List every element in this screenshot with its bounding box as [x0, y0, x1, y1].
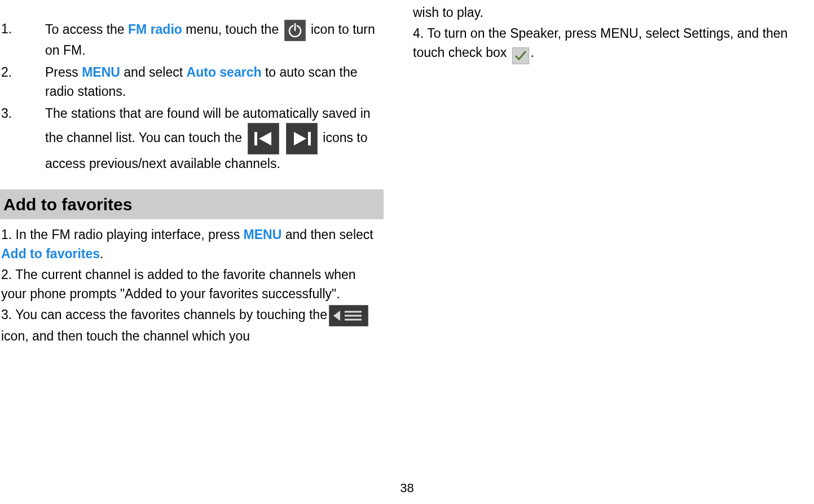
svg-rect-10: [308, 132, 311, 145]
favorites-list-icon: [329, 305, 368, 326]
numbered-list: 1. To access the FM radio menu, touch th…: [0, 20, 384, 174]
highlight-auto-search: Auto search: [187, 65, 262, 79]
text: 3. You can access the favorites channels…: [1, 307, 327, 322]
text: menu, touch the: [182, 22, 283, 37]
list-item-1: 1. To access the FM radio menu, touch th…: [0, 20, 384, 60]
list-content: To access the FM radio menu, touch the i…: [45, 20, 384, 60]
wish-to-play: wish to play.: [413, 3, 811, 23]
checkbox-icon: [512, 45, 529, 62]
fav-step-3: 3. You can access the favorites channels…: [1, 305, 382, 346]
list-num: 1.: [0, 20, 45, 60]
previous-icon: [248, 123, 279, 154]
highlight-menu: MENU: [82, 65, 120, 79]
text: and select: [120, 65, 187, 79]
text: 1. In the FM radio playing interface, pr…: [1, 227, 244, 242]
list-content: The stations that are found will be auto…: [45, 104, 384, 174]
list-content: Press MENU and select Auto search to aut…: [45, 63, 384, 101]
highlight-fm-radio: FM radio: [128, 22, 182, 37]
text: and then select: [281, 227, 373, 242]
next-icon: [286, 123, 318, 154]
text: Press: [45, 65, 82, 79]
list-item-3: 3. The stations that are found will be a…: [0, 104, 384, 174]
text: .: [531, 45, 534, 60]
list-item-2: 2. Press MENU and select Auto search to …: [0, 63, 384, 101]
power-icon: [284, 20, 306, 41]
page-number: 38: [400, 479, 413, 497]
page-container: 1. To access the FM radio menu, touch th…: [0, 0, 814, 347]
text: icon, and then touch the channel which y…: [1, 329, 250, 343]
text: .: [100, 246, 103, 261]
text: 4. To turn on the Speaker, press MENU, s…: [413, 26, 787, 60]
right-column: wish to play. 4. To turn on the Speaker,…: [412, 0, 812, 347]
right-body: wish to play. 4. To turn on the Speaker,…: [412, 3, 812, 63]
speaker-step: 4. To turn on the Speaker, press MENU, s…: [413, 24, 811, 63]
list-num: 2.: [0, 63, 45, 101]
highlight-add-to-favorites: Add to favorites: [1, 246, 100, 261]
highlight-menu: MENU: [244, 227, 282, 242]
list-num: 3.: [0, 104, 45, 174]
text: To access the: [45, 22, 128, 37]
svg-rect-16: [512, 47, 529, 64]
left-column: 1. To access the FM radio menu, touch th…: [0, 0, 384, 347]
favorites-body: 1. In the FM radio playing interface, pr…: [0, 225, 384, 346]
section-header-add-to-favorites: Add to favorites: [0, 189, 384, 219]
fav-step-1: 1. In the FM radio playing interface, pr…: [1, 225, 382, 264]
svg-rect-6: [254, 132, 257, 145]
fav-step-2: 2. The current channel is added to the f…: [1, 265, 382, 304]
